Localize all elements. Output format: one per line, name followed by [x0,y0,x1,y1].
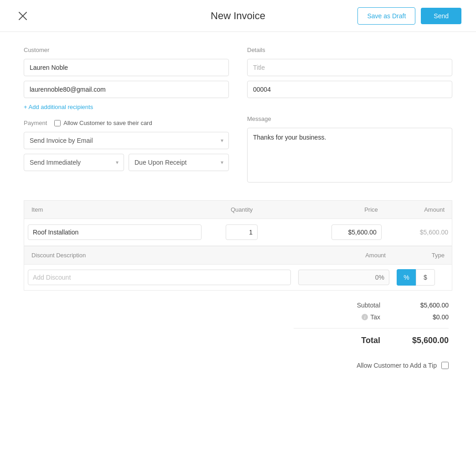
subtotal-label: Subtotal [357,302,380,309]
payment-header: Payment Allow Customer to save their car… [24,120,229,126]
message-section-label: Message [247,115,452,122]
allow-save-card-wrapper[interactable]: Allow Customer to save their card [54,120,152,126]
discount-type-cell: % $ [393,265,452,291]
send-button[interactable]: Send [421,8,461,24]
discount-amount-input[interactable] [298,270,389,285]
total-value: $5,600.00 [408,336,449,345]
send-method-wrapper: Send Invoice by Email Send Invoice by SM… [24,132,229,149]
tax-row: i Tax $0.00 [294,313,449,321]
details-section-label: Details [247,47,452,53]
item-name-input[interactable] [28,224,202,240]
send-timing-select[interactable]: Send Immediately Schedule Send [24,154,124,171]
discount-table-header: Discount Description Amount Type [24,246,452,265]
amount-col-header: Amount [385,201,452,219]
allow-tip-checkbox[interactable] [441,362,449,369]
invoice-number-input[interactable] [247,81,452,98]
total-row: Total $5,600.00 [294,336,449,345]
allow-save-card-label: Allow Customer to save their card [63,120,152,126]
totals-divider [294,328,449,328]
subtotal-value: $5,600.00 [408,302,449,309]
add-recipients-link[interactable]: + Add additional recipients [24,104,93,110]
payment-section: Payment Allow Customer to save their car… [24,120,229,176]
discount-desc-input[interactable] [28,270,291,285]
message-textarea[interactable]: Thanks for your business. [247,128,452,182]
allow-tip-label: Allow Customer to Add a Tip [357,362,437,369]
main-content: Customer + Add additional recipients Pay… [0,32,476,384]
discount-amount-cell [295,265,393,291]
items-table-header: Item Quantity Price Amount [24,201,452,219]
due-select[interactable]: Due Upon Receipt Net 15 Net 30 Net 60 [129,154,229,171]
subtotal-row: Subtotal $5,600.00 [294,302,449,309]
customer-email-input[interactable] [24,81,229,98]
close-button[interactable] [15,8,31,24]
save-draft-button[interactable]: Save as Draft [357,7,415,25]
discount-type-buttons: % $ [397,269,448,286]
item-qty-cell [205,219,278,246]
discount-desc-col-header: Discount Description [24,246,295,265]
discount-amount-col-header: Amount [295,246,393,265]
customer-name-input[interactable] [24,59,229,76]
invoice-title-input[interactable] [247,59,452,76]
items-table: Item Quantity Price Amount $5,600.00 [24,200,452,246]
send-timing-wrapper: Send Immediately Schedule Send ▾ [24,154,124,171]
left-column: Customer + Add additional recipients Pay… [24,47,229,184]
item-amount-cell: $5,600.00 [385,219,452,246]
table-row: $5,600.00 [24,219,452,246]
top-section: Customer + Add additional recipients Pay… [24,47,452,184]
tax-label: Tax [370,313,380,321]
discount-row: % $ [24,265,452,291]
percent-type-button[interactable]: % [397,269,416,286]
item-name-cell [24,219,206,246]
allow-tip-row: Allow Customer to Add a Tip [24,362,452,369]
discount-desc-cell [24,265,295,291]
send-method-select[interactable]: Send Invoice by Email Send Invoice by SM… [24,132,229,149]
header: New Invoice Save as Draft Send [0,0,476,32]
customer-section-label: Customer [24,47,229,53]
tax-value: $0.00 [408,313,449,321]
total-label: Total [361,336,380,345]
totals-section: Subtotal $5,600.00 i Tax $0.00 Total $5,… [24,291,452,358]
item-qty-input[interactable] [226,224,258,240]
allow-save-card-checkbox[interactable] [54,120,61,126]
tax-label-wrapper: i Tax [362,313,380,321]
discount-type-col-header: Type [393,246,452,265]
quantity-col-header: Quantity [205,201,278,219]
price-col-header: Price [278,201,385,219]
item-price-input[interactable] [331,224,382,240]
discount-table: Discount Description Amount Type % $ [24,246,452,291]
item-price-cell [278,219,385,246]
message-section: Message Thanks for your business. [247,115,452,184]
tax-info-icon[interactable]: i [362,314,368,320]
due-wrapper: Due Upon Receipt Net 15 Net 30 Net 60 ▾ [129,154,229,171]
header-actions: Save as Draft Send [357,7,461,25]
payment-section-label: Payment [24,120,47,126]
dollar-type-button[interactable]: $ [416,269,435,286]
item-col-header: Item [24,201,206,219]
payment-dropdowns-row: Send Immediately Schedule Send ▾ Due Upo… [24,154,229,176]
page-title: New Invoice [211,10,265,22]
right-column: Details Message Thanks for your business… [247,47,452,184]
